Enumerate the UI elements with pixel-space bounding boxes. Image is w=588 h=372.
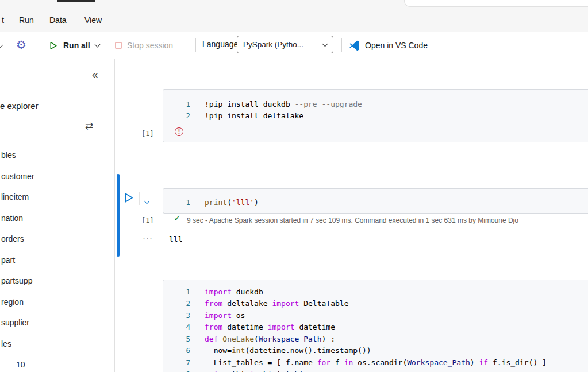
tree-item-customer[interactable]: customer bbox=[1, 172, 34, 181]
code-line: 1import duckdb bbox=[163, 286, 588, 298]
line-number: 2 bbox=[163, 299, 190, 308]
cell-selection-bar bbox=[117, 174, 120, 257]
success-check-icon: ✓ bbox=[174, 213, 181, 223]
vscode-icon bbox=[348, 40, 360, 52]
toolbar-divider bbox=[341, 38, 342, 52]
tree-item-orders[interactable]: orders bbox=[1, 234, 24, 243]
app-header: t Run Data View bbox=[0, 0, 588, 32]
stop-session-button[interactable]: Stop session bbox=[115, 36, 173, 55]
tree-item-partsupp[interactable]: partsupp bbox=[1, 276, 32, 285]
code-line: 5def OneLake(Workspace_Path) : bbox=[163, 333, 588, 345]
run-all-button[interactable]: Run all bbox=[48, 36, 99, 55]
tab-edge bbox=[57, 0, 95, 2]
code-line: 4from datetime import datetime bbox=[163, 321, 588, 334]
code-cell-editor[interactable]: 1import duckdb2from deltalake import Del… bbox=[163, 280, 588, 372]
notebook-toolbar: ⚙ Run all Stop session Language PySpark … bbox=[0, 32, 588, 59]
more-actions-icon[interactable]: ··· bbox=[143, 233, 153, 243]
tree-item-10[interactable]: 10 bbox=[16, 360, 25, 369]
chevron-down-icon bbox=[322, 41, 328, 47]
run-all-label: Run all bbox=[63, 41, 90, 50]
tree-item-supplier[interactable]: supplier bbox=[1, 318, 29, 327]
code-lines: 1!pip install duckdb --pre --upgrade2!pi… bbox=[163, 98, 588, 122]
line-number: 2 bbox=[163, 111, 190, 120]
execution-count: [1] bbox=[141, 130, 154, 138]
explorer-title: e explorer bbox=[0, 101, 39, 111]
code-lines: 1print('lll') bbox=[163, 196, 588, 208]
chevron-down-icon[interactable] bbox=[0, 42, 3, 48]
code-line: 2!pip install deltalake bbox=[163, 110, 588, 122]
run-all-play-icon bbox=[48, 41, 58, 51]
code-line: 6 now=int(datetime.now().timestamp()) bbox=[163, 345, 588, 357]
code-line: 1!pip install duckdb --pre --upgrade bbox=[163, 98, 588, 110]
menu-item-edit[interactable]: t bbox=[2, 16, 4, 25]
tree-item-tables[interactable]: bles bbox=[1, 150, 16, 160]
line-number: 5 bbox=[163, 335, 190, 343]
lakehouse-explorer-pane: « e explorer ⇄ bles customer lineitem na… bbox=[0, 59, 115, 372]
run-cell-divider bbox=[139, 192, 140, 205]
collapse-pane-icon[interactable]: « bbox=[92, 68, 98, 81]
line-number: 8 bbox=[163, 370, 190, 372]
error-mark: ! bbox=[177, 129, 180, 135]
code-line: 2from deltalake import DeltaTable bbox=[163, 298, 588, 310]
run-cell-play-icon bbox=[122, 192, 134, 204]
code-line: 3import os bbox=[163, 309, 588, 321]
run-cell-button[interactable] bbox=[122, 192, 134, 206]
line-number: 1 bbox=[163, 100, 190, 108]
toolbar-divider bbox=[452, 38, 452, 52]
language-value: PySpark (Pytho... bbox=[243, 40, 303, 49]
open-vscode-button[interactable]: Open in VS Code bbox=[348, 36, 428, 55]
line-number: 6 bbox=[163, 346, 190, 355]
stop-session-label: Stop session bbox=[127, 41, 173, 50]
search-box[interactable] bbox=[404, 0, 588, 7]
toolbar-divider bbox=[37, 38, 37, 52]
code-line: 8 for tbl in List_tables : bbox=[163, 369, 588, 372]
toolbar-divider bbox=[195, 38, 196, 52]
chevron-down-icon bbox=[94, 42, 100, 48]
cell-collapse-chevron-icon[interactable] bbox=[145, 196, 149, 205]
cell-output-text: lll bbox=[169, 235, 182, 243]
language-dropdown[interactable]: PySpark (Pytho... bbox=[237, 36, 333, 53]
tree-item-lineitem[interactable]: lineitem bbox=[1, 192, 29, 202]
line-number: 4 bbox=[163, 323, 190, 331]
error-icon: ! bbox=[175, 127, 183, 136]
language-label: Language bbox=[202, 40, 238, 49]
code-line: 1print('lll') bbox=[163, 196, 588, 208]
code-cell-editor[interactable]: 1print('lll') bbox=[163, 188, 588, 214]
menu-item-data[interactable]: Data bbox=[49, 16, 67, 25]
settings-gear-icon[interactable]: ⚙ bbox=[16, 37, 26, 53]
menu-item-run[interactable]: Run bbox=[19, 16, 34, 25]
tree-item-part[interactable]: part bbox=[1, 255, 15, 265]
cell-status-text: 9 sec - Apache Spark session started in … bbox=[187, 216, 587, 224]
code-lines: 1import duckdb2from deltalake import Del… bbox=[163, 286, 588, 372]
code-line: 7 List_tables = [ f.name for f in os.sca… bbox=[163, 356, 588, 369]
tree-item-nation[interactable]: nation bbox=[1, 214, 23, 223]
line-number: 7 bbox=[163, 358, 190, 367]
menu-item-view[interactable]: View bbox=[84, 16, 102, 25]
swap-arrows-icon[interactable]: ⇄ bbox=[85, 120, 93, 132]
line-number: 3 bbox=[163, 311, 190, 320]
tree-item-region[interactable]: region bbox=[1, 297, 24, 307]
line-number: 1 bbox=[163, 198, 190, 207]
execution-count: [1] bbox=[141, 216, 154, 224]
line-number: 1 bbox=[163, 288, 190, 296]
open-vscode-label: Open in VS Code bbox=[365, 41, 428, 50]
tree-item-files[interactable]: les bbox=[1, 339, 11, 348]
stop-square-icon bbox=[115, 42, 122, 49]
code-cell-editor[interactable]: 1!pip install duckdb --pre --upgrade2!pi… bbox=[163, 89, 588, 142]
